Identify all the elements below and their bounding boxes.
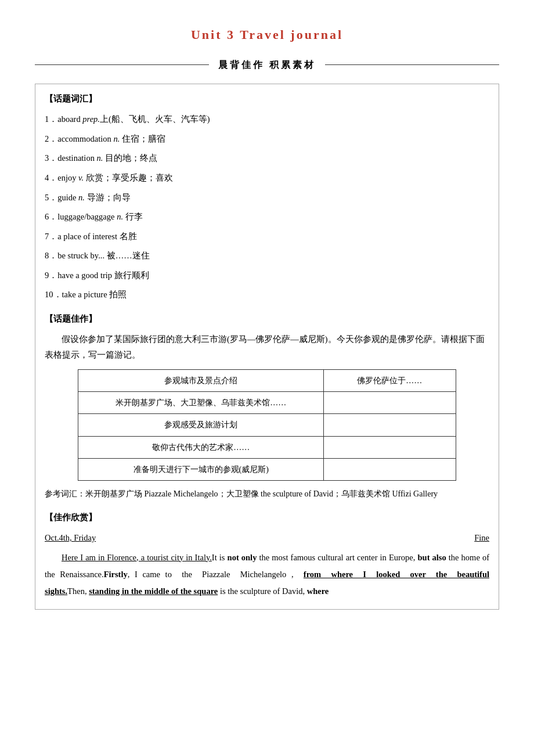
page-title: Unit 3 Travel journal (35, 23, 499, 46)
table-cell: 参观城市及景点介绍 (78, 369, 324, 391)
vocab-item-3: 3．destination n. 目的地；终点 (45, 150, 489, 167)
table-container: 参观城市及景点介绍 佛罗伦萨位于…… 米开朗基罗广场、大卫塑像、乌菲兹美术馆……… (78, 369, 456, 481)
vocab-item-8: 8．be struck by... 被……迷住 (45, 248, 489, 264)
table-cell: 佛罗伦萨位于…… (324, 369, 456, 391)
vocab-item-5: 5．guide n. 导游；向导 (45, 190, 489, 206)
composition-intro: 假设你参加了某国际旅行团的意大利三市游(罗马—佛罗伦萨—威尼斯)。今天你参观的是… (45, 332, 489, 363)
essay-date: Oct.4th, Friday (45, 530, 96, 545)
vocab-item-7: 7．a place of interest 名胜 (45, 229, 489, 245)
table-cell (324, 414, 456, 436)
reference-text: 参考词汇：米开朗基罗广场 Piazzale Michelangelo；大卫塑像 … (45, 487, 489, 502)
table-cell (324, 436, 456, 458)
essay-section: 【佳作欣赏】 Oct.4th, Friday Fine Here I am in… (45, 510, 489, 599)
table-row: 米开朗基罗广场、大卫塑像、乌菲兹美术馆…… (78, 392, 456, 414)
table-cell (324, 392, 456, 414)
composition-section: 【话题佳作】 假设你参加了某国际旅行团的意大利三市游(罗马—佛罗伦萨—威尼斯)。… (45, 311, 489, 502)
essay-weather: Fine (474, 530, 489, 545)
table-cell (324, 458, 456, 480)
vocab-title: 【话题词汇】 (45, 91, 489, 107)
essay-paragraph-1: Here I am in Florence, a tourist city in… (45, 549, 489, 600)
vocab-item-2: 2．accommodation n. 住宿；膳宿 (45, 131, 489, 147)
table-row: 参观城市及景点介绍 佛罗伦萨位于…… (78, 369, 456, 391)
vocab-item-10: 10．take a picture 拍照 (45, 287, 489, 303)
table-row: 准备明天进行下一城市的参观(威尼斯) (78, 458, 456, 480)
table-row: 参观感受及旅游计划 (78, 414, 456, 436)
vocab-item-6: 6．luggage/baggage n. 行李 (45, 209, 489, 225)
vocab-item-1: 1．aboard prep.上(船、飞机、火车、汽车等) (45, 111, 489, 128)
main-content-box: 【话题词汇】 1．aboard prep.上(船、飞机、火车、汽车等) 2．ac… (35, 84, 499, 609)
table-cell: 敬仰古代伟大的艺术家…… (78, 436, 324, 458)
table-cell: 准备明天进行下一城市的参观(威尼斯) (78, 458, 324, 480)
vocab-item-9: 9．have a good trip 旅行顺利 (45, 268, 489, 284)
essay-header: Oct.4th, Friday Fine (45, 530, 489, 545)
essay-title: 【佳作欣赏】 (45, 510, 489, 525)
composition-title: 【话题佳作】 (45, 311, 489, 327)
vocab-section: 【话题词汇】 1．aboard prep.上(船、飞机、火车、汽车等) 2．ac… (45, 91, 489, 303)
composition-table: 参观城市及景点介绍 佛罗伦萨位于…… 米开朗基罗广场、大卫塑像、乌菲兹美术馆……… (78, 369, 456, 481)
essay-body: Here I am in Florence, a tourist city in… (45, 549, 489, 600)
vocab-item-4: 4．enjoy v. 欣赏；享受乐趣；喜欢 (45, 170, 489, 186)
section-header: 晨背佳作 积累素材 (35, 57, 499, 74)
table-cell: 参观感受及旅游计划 (78, 414, 324, 436)
table-row: 敬仰古代伟大的艺术家…… (78, 436, 456, 458)
table-cell: 米开朗基罗广场、大卫塑像、乌菲兹美术馆…… (78, 392, 324, 414)
